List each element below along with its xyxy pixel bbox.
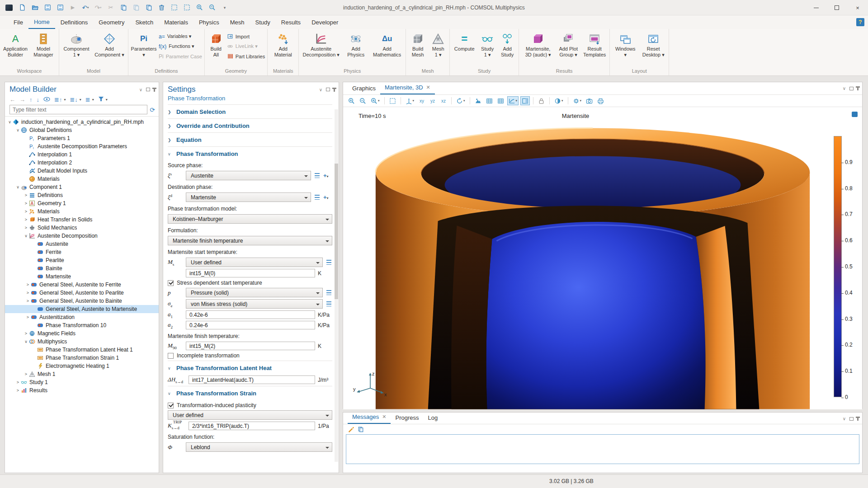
result-templates-button[interactable]: ResultTemplates	[581, 30, 608, 58]
von-mises-link-icon[interactable]	[326, 301, 332, 307]
source-phase-select[interactable]: Austenite	[186, 171, 311, 180]
new-file-icon[interactable]	[17, 3, 27, 12]
run-icon[interactable]: ▶	[68, 3, 78, 12]
copy-messages-icon[interactable]	[358, 426, 364, 432]
tree-item[interactable]: >General Steel, Austenite to Pearlite	[5, 289, 159, 297]
section-domain-selection[interactable]: ❯Domain Selection	[168, 104, 332, 118]
model-manager-button[interactable]: ModelManager	[29, 30, 57, 58]
tree-item[interactable]: >Austenitization	[5, 313, 159, 321]
stress-dependent-checkbox-row[interactable]: Stress dependent start temperature	[168, 280, 332, 286]
menu-study[interactable]: Study	[250, 15, 276, 29]
panel-menu-icon[interactable]: ∨	[843, 416, 846, 421]
add-phase-icon[interactable]: +▾	[323, 172, 332, 179]
tree-item[interactable]: ∨Global Definitions	[5, 126, 159, 134]
view-xz-icon[interactable]: xz	[439, 96, 448, 105]
tree-item[interactable]: >Heat Transfer in Solids	[5, 216, 159, 224]
zoom-box-icon[interactable]	[388, 96, 397, 105]
build-all-button[interactable]: BuildAll	[206, 30, 226, 58]
plot-area[interactable]: Time=10 s Martensite 0.9 0.8 0.7 0.6 0.5…	[343, 107, 862, 409]
tree-item[interactable]: >Results	[5, 386, 159, 394]
latent-heat-input[interactable]: int17_LatentHeat(audc.T)	[189, 375, 315, 384]
m90-input[interactable]: int15_M(2)	[186, 342, 315, 350]
cut-icon[interactable]: ✂	[106, 3, 116, 12]
print-icon[interactable]	[596, 96, 605, 105]
menu-home[interactable]: Home	[28, 15, 55, 29]
search-icon[interactable]	[207, 3, 217, 12]
tree-item-root[interactable]: ∨induction_hardening_of_a_cylindrical_pi…	[5, 118, 159, 126]
deselect-box-icon[interactable]	[182, 3, 192, 12]
add-material-button[interactable]: AddMaterial	[269, 30, 297, 58]
tree-item[interactable]: Austenite Decomposition Parameters	[5, 142, 159, 150]
formulation-select[interactable]: Martensite finish temperature	[168, 236, 332, 245]
tree-item[interactable]: ∨Austenite Decomposition	[5, 232, 159, 240]
close-tab-icon[interactable]: ✕	[382, 414, 386, 420]
filter-icon[interactable]	[98, 96, 104, 103]
ms-combo-select[interactable]: User defined	[186, 258, 323, 267]
add-component-button[interactable]: AddComponent ▾	[92, 30, 127, 58]
ms-value-input[interactable]: int15_M(0)	[186, 269, 315, 277]
menu-developer[interactable]: Developer	[306, 15, 344, 29]
float-panel-icon[interactable]	[146, 88, 150, 91]
copy-icon[interactable]	[118, 3, 128, 12]
maximize-button[interactable]	[826, 0, 847, 15]
node-order-icon[interactable]: ≣	[85, 96, 90, 103]
view-yz-icon[interactable]: yz	[428, 96, 437, 105]
menu-sketch[interactable]: Sketch	[130, 15, 159, 29]
tree-item[interactable]: Bainite	[5, 264, 159, 272]
tree-filter-input[interactable]	[9, 105, 147, 114]
tree-item[interactable]: Phase Transformation Strain 1	[5, 354, 159, 362]
panel-menu-icon[interactable]: ∨	[319, 87, 322, 92]
float-panel-icon[interactable]	[849, 417, 854, 421]
move-up-icon[interactable]: ↑	[29, 96, 33, 103]
destination-phase-select[interactable]: Martensite	[186, 192, 311, 202]
compute-button[interactable]: = Compute	[451, 30, 477, 52]
panel-menu-icon[interactable]: ∨	[843, 86, 846, 91]
legend-toggle-icon[interactable]	[852, 112, 858, 117]
incomplete-transformation-checkbox-row[interactable]: Incomplete transformation	[168, 352, 332, 359]
float-panel-icon[interactable]	[326, 88, 330, 91]
tree-item[interactable]: >Solid Mechanics	[5, 224, 159, 232]
refresh-icon[interactable]: ⟳	[150, 106, 155, 113]
close-button[interactable]: ×	[847, 0, 868, 15]
zoom-in-icon[interactable]	[347, 96, 356, 105]
zoom-extents-icon[interactable]: ▾	[369, 96, 381, 105]
tree-item[interactable]: Parameters 1	[5, 134, 159, 142]
zoom-selected-icon[interactable]	[194, 3, 204, 12]
windows-button[interactable]: Windows▾	[611, 30, 639, 58]
plot-settings-icon[interactable]: ▾	[507, 96, 519, 105]
close-tab-icon[interactable]: ✕	[426, 84, 430, 90]
panel-menu-icon[interactable]: ∨	[139, 87, 142, 92]
default-view-icon[interactable]: ▾	[404, 96, 416, 105]
select-box-icon[interactable]	[169, 3, 179, 12]
forward-icon[interactable]: →	[19, 96, 25, 103]
checkbox-checked-icon[interactable]	[168, 280, 174, 286]
clear-messages-icon[interactable]	[348, 426, 354, 432]
tree-item[interactable]: Interpolation 2	[5, 159, 159, 167]
tree-item[interactable]: Phase Transformation 10	[5, 321, 159, 329]
zoom-out-icon[interactable]	[358, 96, 368, 105]
tree-item[interactable]: >Study 1	[5, 378, 159, 386]
view-xy-icon[interactable]: xy	[417, 96, 426, 105]
study-1-button[interactable]: Study1 ▾	[477, 30, 497, 58]
tree-item[interactable]: Ferrite	[5, 248, 159, 256]
add-mathematics-button[interactable]: Δu AddMathematics	[370, 30, 404, 58]
build-mesh-button[interactable]: BuildMesh	[407, 30, 428, 58]
grid-icon[interactable]	[496, 96, 505, 105]
lock-icon[interactable]	[537, 96, 546, 105]
section-equation[interactable]: ❯Equation	[168, 132, 332, 146]
tree-item[interactable]: >Geometry 1	[5, 199, 159, 207]
section-phase-transformation[interactable]: ∨Phase Transformation	[168, 146, 332, 160]
application-builder-button[interactable]: A ApplicationBuilder	[1, 30, 29, 58]
transformation-model-select[interactable]: Koistinen–Marburger	[168, 214, 332, 224]
settings-scrollbar[interactable]	[335, 109, 338, 462]
menu-materials[interactable]: Materials	[159, 15, 193, 29]
part-libraries-button[interactable]: Part Libraries	[227, 52, 265, 61]
functions-button[interactable]: f(x)Functions ▾	[159, 42, 202, 51]
scene-settings-icon[interactable]: ▾	[571, 96, 583, 105]
variables-button[interactable]: a=Variables ▾	[159, 32, 202, 41]
screenshot-icon[interactable]	[585, 96, 594, 105]
tree-item[interactable]: Martensite	[5, 272, 159, 281]
tree-item[interactable]: >Materials	[5, 207, 159, 216]
plot-data-table-icon[interactable]	[485, 96, 494, 105]
tree-item[interactable]: >Definitions	[5, 191, 159, 199]
